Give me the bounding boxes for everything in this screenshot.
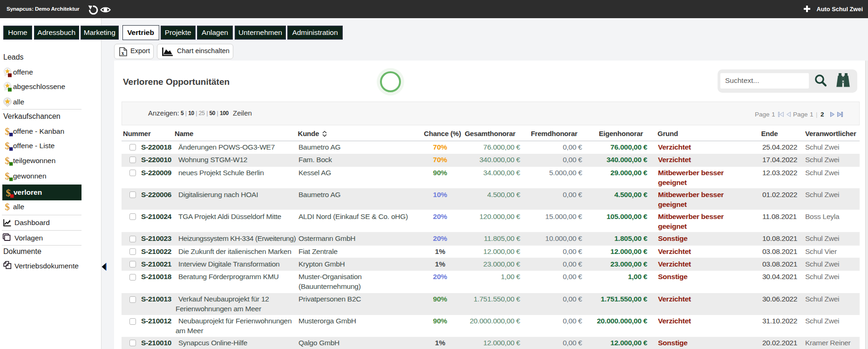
svg-text:$: $ bbox=[5, 202, 10, 212]
svg-text:$: $ bbox=[5, 171, 10, 181]
svg-text:x: x bbox=[122, 50, 124, 56]
svg-text:$: $ bbox=[5, 141, 10, 151]
svg-text:$: $ bbox=[5, 156, 10, 166]
svg-text:$: $ bbox=[6, 188, 11, 198]
svg-text:$: $ bbox=[5, 127, 10, 137]
